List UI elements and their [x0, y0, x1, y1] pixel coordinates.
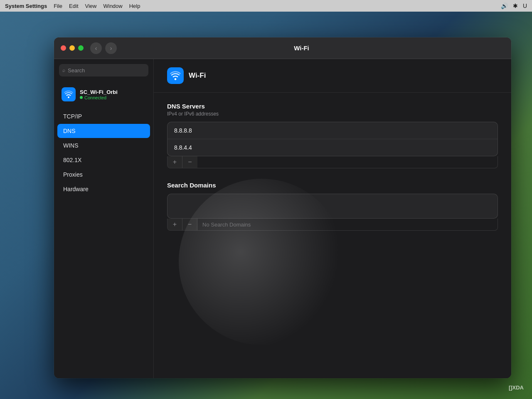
menubar-left: System Settings File Edit View Window He… [5, 3, 140, 9]
sidebar: ⌕ Search SC_Wi-Fi_Orbi [54, 59, 154, 378]
xda-logo: []XDA [509, 384, 524, 391]
maximize-button[interactable] [78, 45, 84, 51]
sidebar-section: TCP/IP DNS WINS 802.1X Proxies Hardware [54, 109, 153, 197]
menubar-app-name[interactable]: System Settings [5, 3, 47, 9]
network-name: SC_Wi-Fi_Orbi [80, 89, 118, 95]
search-input-placeholder: Search [68, 67, 85, 74]
network-wifi-badge [62, 87, 76, 101]
volume-icon[interactable]: 🔊 [501, 2, 508, 9]
forward-button[interactable]: › [105, 42, 117, 54]
back-button[interactable]: ‹ [90, 42, 102, 54]
dns-remove-button[interactable]: − [182, 156, 197, 168]
sidebar-item-dns[interactable]: DNS [57, 124, 150, 138]
dns-subtitle: IPv4 or IPv6 addresses [167, 111, 498, 117]
menubar-view[interactable]: View [85, 3, 97, 9]
back-icon: ‹ [95, 45, 97, 52]
wifi-header-badge [167, 67, 184, 84]
dns-entry-2[interactable]: 8.8.4.4 [167, 139, 498, 156]
network-status: Connected [80, 95, 118, 100]
search-domains-add-button[interactable]: + [167, 219, 182, 230]
dns-section-header: DNS Servers IPv4 or IPv6 addresses [167, 103, 498, 117]
search-domains-controls: + − No Search Domains [167, 219, 498, 231]
network-item[interactable]: SC_Wi-Fi_Orbi Connected [57, 83, 150, 106]
system-settings-window: ‹ › Wi-Fi ⌕ Search [54, 37, 511, 378]
search-icon: ⌕ [62, 67, 65, 73]
close-button[interactable] [61, 45, 66, 51]
minimize-button[interactable] [69, 45, 75, 51]
network-status-text: Connected [84, 95, 106, 100]
menubar-window[interactable]: Window [103, 3, 122, 9]
dns-add-button[interactable]: + [167, 156, 182, 168]
dns-list: 8.8.8.8 8.8.4.4 [167, 122, 498, 156]
user-icon[interactable]: U [523, 2, 527, 9]
sidebar-item-hardware[interactable]: Hardware [57, 182, 150, 196]
wifi-section-header: Wi-Fi [154, 59, 511, 93]
dns-controls: + − [167, 156, 498, 168]
sidebar-item-8021x[interactable]: 802.1X [57, 153, 150, 167]
menubar: System Settings File Edit View Window He… [0, 0, 532, 12]
search-domains-section: Search Domains + − No Search Domains [154, 178, 511, 241]
sidebar-item-tcpip[interactable]: TCP/IP [57, 109, 150, 123]
wifi-header-icon [170, 71, 181, 80]
status-dot [80, 96, 83, 99]
forward-icon: › [110, 45, 112, 52]
menubar-file[interactable]: File [54, 3, 62, 9]
menubar-help[interactable]: Help [129, 3, 140, 9]
search-domains-title: Search Domains [167, 182, 498, 189]
window-title: Wi-Fi [123, 44, 480, 52]
wifi-header-title: Wi-Fi [189, 71, 206, 80]
no-domains-label: No Search Domains [197, 222, 498, 228]
window-body: ⌕ Search SC_Wi-Fi_Orbi [54, 59, 511, 378]
traffic-lights [61, 45, 84, 51]
titlebar-nav: ‹ › [90, 42, 117, 54]
network-info: SC_Wi-Fi_Orbi Connected [80, 89, 118, 100]
wifi-signal-icon [64, 91, 73, 98]
xda-watermark: []XDA [509, 384, 524, 391]
dns-title: DNS Servers [167, 103, 498, 110]
sidebar-item-wins[interactable]: WINS [57, 138, 150, 153]
titlebar: ‹ › Wi-Fi [54, 37, 511, 59]
sidebar-item-proxies[interactable]: Proxies [57, 167, 150, 182]
dns-section: DNS Servers IPv4 or IPv6 addresses 8.8.8… [154, 93, 511, 178]
menubar-right: 🔊 ✱ U [501, 2, 527, 9]
search-domains-remove-button[interactable]: − [182, 219, 197, 230]
bluetooth-icon[interactable]: ✱ [513, 2, 518, 9]
dns-entry-1[interactable]: 8.8.8.8 [167, 122, 498, 139]
search-domains-list [167, 194, 498, 219]
search-bar[interactable]: ⌕ Search [59, 64, 148, 76]
main-content: Wi-Fi DNS Servers IPv4 or IPv6 addresses… [154, 59, 511, 378]
menubar-edit[interactable]: Edit [69, 3, 78, 9]
